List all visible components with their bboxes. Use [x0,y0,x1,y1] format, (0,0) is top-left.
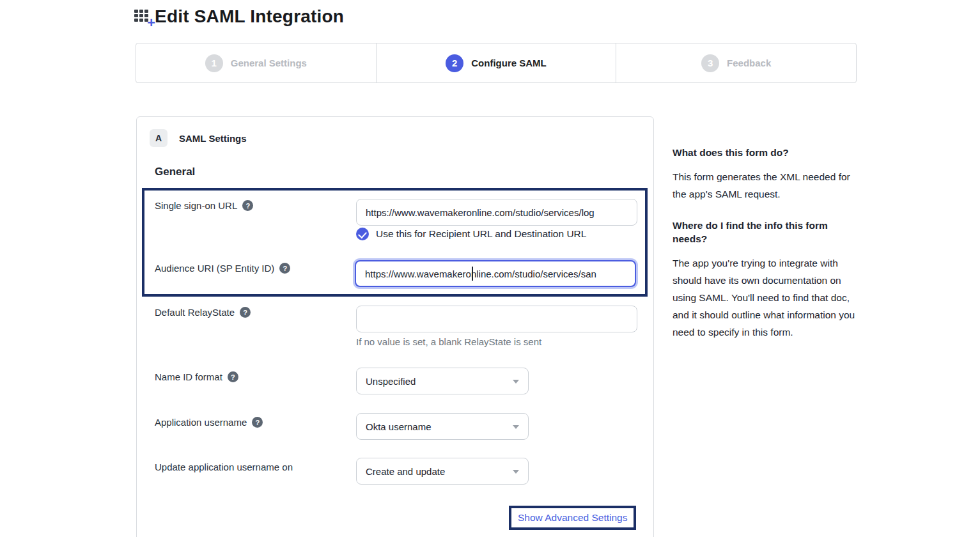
show-advanced-settings-link[interactable]: Show Advanced Settings [518,512,627,523]
chevron-down-icon [513,425,519,429]
help-icon[interactable]: ? [240,307,251,318]
step-label: General Settings [231,58,307,68]
update-username-label: Update application username on [155,462,293,472]
help-icon[interactable]: ? [242,200,253,211]
help-icon[interactable]: ? [279,263,290,274]
page-title: Edit SAML Integration [155,6,344,27]
app-username-select[interactable]: Okta username [356,413,529,440]
sso-url-label: Single sign-on URL ? [155,200,253,211]
help-icon[interactable]: ? [252,417,263,428]
chevron-down-icon [513,380,519,384]
audience-uri-label: Audience URI (SP Entity ID) ? [155,263,290,274]
step-general-settings[interactable]: 1 General Settings [136,43,377,82]
sso-url-input[interactable] [356,199,637,226]
audience-uri-input[interactable] [355,260,636,287]
section-a-badge: A [150,129,167,147]
app-username-label: Application username ? [155,417,263,428]
app-grid-plus-icon: + [134,7,153,26]
sidebar-question-1: What does this form do? [673,146,858,159]
general-heading: General [155,166,195,178]
recipient-url-checkbox-row: Use this for Recipient URL and Destinati… [356,228,586,240]
audience-uri-input-wrap [355,260,639,288]
update-username-select[interactable]: Create and update [356,458,529,485]
sidebar-question-2: Where do I find the info this form needs… [673,219,858,245]
sidebar-answer-2: The app you're trying to integrate with … [673,254,858,341]
text-caret [472,267,473,281]
help-icon[interactable]: ? [228,371,238,382]
name-id-format-select[interactable]: Unspecified [356,368,529,394]
step-number-badge: 3 [701,54,719,72]
step-configure-saml[interactable]: 2 Configure SAML [377,43,617,82]
step-feedback[interactable]: 3 Feedback [616,43,856,82]
help-sidebar: What does this form do? This form genera… [673,146,858,357]
relaystate-hint: If no value is set, a blank RelayState i… [356,336,541,347]
step-label: Configure SAML [471,58,547,68]
chevron-down-icon [513,470,519,474]
step-number-badge: 2 [446,54,463,72]
relaystate-input[interactable] [356,306,637,332]
highlight-box-advanced-settings: Show Advanced Settings [509,506,636,530]
name-id-format-label: Name ID format ? [155,371,238,382]
page-header: + Edit SAML Integration [134,6,344,27]
saml-settings-card: A SAML Settings General Single sign-on U… [136,116,654,537]
step-number-badge: 1 [205,54,223,72]
sidebar-answer-1: This form generates the XML needed for t… [673,168,858,203]
checked-checkbox-icon[interactable] [356,228,369,240]
checkbox-label: Use this for Recipient URL and Destinati… [376,228,586,240]
wizard-steps: 1 General Settings 2 Configure SAML 3 Fe… [136,43,857,83]
relaystate-label: Default RelayState ? [155,307,251,318]
step-label: Feedback [727,58,771,68]
section-title: SAML Settings [179,133,247,144]
